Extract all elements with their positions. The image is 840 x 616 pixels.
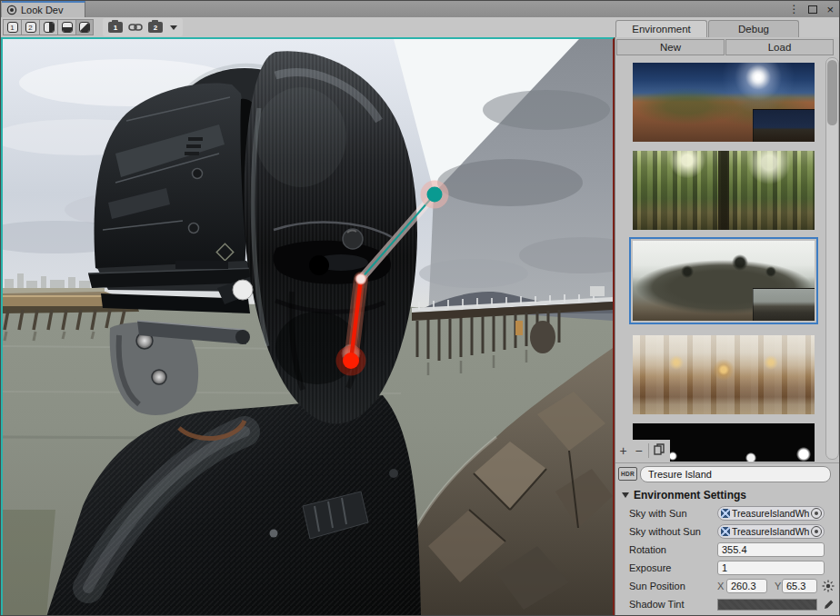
environment-settings-header[interactable]: Environment Settings: [615, 488, 840, 502]
environment-name-field[interactable]: Tresure Island: [640, 466, 831, 482]
scene-root: ASW 2728: [3, 39, 613, 615]
environment-list-scrollbar[interactable]: [825, 57, 839, 460]
split-diagonal-button[interactable]: [75, 19, 94, 35]
side-by-side-icon: [44, 22, 55, 33]
maximize-icon[interactable]: [808, 5, 817, 14]
tab-environment-label: Environment: [632, 24, 691, 35]
camera-2-label: 2: [154, 24, 157, 32]
white-bolt: [233, 280, 253, 300]
camera-1-button[interactable]: 1: [108, 22, 123, 33]
row-rotation: Rotation 355.4: [615, 542, 840, 558]
sky-without-sun-object-field[interactable]: TreasureIslandWh: [717, 524, 825, 539]
gizmo-red-handle[interactable]: [343, 353, 359, 369]
cubemap-texture-icon: [721, 527, 730, 536]
cubemap-texture-icon: [721, 509, 730, 518]
hdr-name-row: HDR Tresure Island: [615, 465, 840, 483]
sun-pick-icon[interactable]: [821, 579, 835, 593]
window-controls: ⋮ ×: [788, 1, 834, 17]
split-diagonal-icon: [79, 22, 90, 33]
row-exposure: Exposure 1: [615, 561, 840, 576]
camera-sync-group: 1 2: [103, 18, 183, 36]
toolbar-separator: [648, 443, 649, 458]
sun-x-axis-label: X: [717, 581, 724, 591]
row-shadow-tint: Shadow Tint: [615, 597, 840, 612]
sky-with-sun-value: TreasureIslandWh: [732, 508, 811, 519]
single-view-2-button[interactable]: 2: [21, 19, 39, 35]
window-menu-icon[interactable]: ⋮: [788, 4, 799, 15]
env-thumbnail-inset: [753, 109, 815, 142]
camera-1-label: 1: [114, 24, 117, 32]
object-picker-icon[interactable]: [811, 508, 822, 519]
object-picker-icon[interactable]: [811, 526, 822, 537]
add-icon: +: [619, 443, 626, 458]
row-sun-position: Sun Position X 260.3 Y 65.3: [615, 579, 840, 594]
tab-look-dev[interactable]: Look Dev: [2, 1, 85, 17]
titlebar: Look Dev ⋮ ×: [1, 1, 839, 17]
eye-icon: [6, 5, 17, 15]
rotation-field[interactable]: 355.4: [717, 542, 825, 557]
rotation-label: Rotation: [629, 544, 666, 555]
panel-divider: [615, 462, 840, 463]
remove-environment-button[interactable]: −: [631, 441, 646, 461]
env-thumbnail-church-interior[interactable]: [633, 335, 815, 414]
close-icon[interactable]: ×: [826, 4, 834, 15]
side-by-side-button[interactable]: [39, 19, 57, 35]
env-thumbnail-selected-frame: [629, 237, 818, 324]
sky-without-sun-value: TreasureIslandWh: [732, 526, 811, 537]
camera-2-button[interactable]: 2: [148, 22, 163, 33]
tab-environment[interactable]: Environment: [615, 20, 707, 37]
duplicate-environment-button[interactable]: [651, 441, 666, 461]
minus-icon: −: [635, 443, 642, 458]
lookdev-toolbar: 1 2 1: [1, 17, 839, 37]
view1-icon: 1: [7, 22, 18, 33]
exposure-label: Exposure: [629, 562, 671, 573]
single-view-1-button[interactable]: 1: [3, 19, 21, 35]
environment-list-toolbar: + −: [615, 440, 670, 462]
dark-bolt: [343, 229, 363, 249]
viewport-scene: ASW 2728: [3, 39, 613, 615]
gizmo-teal-handle[interactable]: [427, 187, 443, 203]
load-button[interactable]: Load: [725, 39, 834, 55]
foldout-arrow-icon: [622, 492, 629, 498]
env-thumbnail-sunny-scrubland[interactable]: [633, 63, 815, 142]
new-button-label: New: [660, 42, 681, 53]
load-button-label: Load: [768, 42, 792, 53]
viewport-3d[interactable]: ASW 2728: [1, 37, 615, 616]
env-thumbnail-inset: [753, 288, 815, 321]
add-environment-button[interactable]: +: [615, 441, 631, 461]
sky-without-sun-label: Sky without Sun: [629, 526, 701, 537]
duplicate-icon: [654, 443, 665, 458]
lookdev-window: Look Dev ⋮ × 1 2: [0, 0, 840, 616]
env-thumbnail-treasure-island[interactable]: [633, 241, 815, 321]
gizmo-center-handle[interactable]: [356, 274, 366, 284]
view-mode-buttons: 1 2: [3, 19, 94, 35]
sun-y-axis-label: Y: [775, 581, 781, 591]
split-zone-button[interactable]: [57, 19, 75, 35]
sun-y-field[interactable]: 65.3: [782, 579, 817, 593]
shadow-tint-color-swatch[interactable]: [717, 599, 817, 611]
view2-icon: 2: [25, 22, 36, 33]
shadow-tint-label: Shadow Tint: [629, 599, 685, 610]
new-button[interactable]: New: [616, 39, 725, 55]
tab-debug-label: Debug: [738, 24, 769, 35]
environment-list: + −: [615, 55, 840, 462]
camera-dropdown-icon[interactable]: [170, 25, 177, 30]
sky-with-sun-label: Sky with Sun: [629, 508, 687, 519]
sun-x-field[interactable]: 260.3: [726, 579, 767, 593]
sun-position-label: Sun Position: [629, 581, 685, 591]
environment-settings-title: Environment Settings: [634, 489, 746, 502]
env-thumbnail-forest[interactable]: [633, 151, 815, 230]
sky-with-sun-object-field[interactable]: TreasureIslandWh: [717, 506, 825, 521]
scrollbar-thumb[interactable]: [827, 60, 837, 125]
tab-debug[interactable]: Debug: [708, 20, 799, 37]
row-sky-with-sun: Sky with Sun TreasureIslandWh: [615, 506, 840, 522]
tab-title: Look Dev: [21, 5, 63, 15]
exposure-field[interactable]: 1: [717, 561, 825, 575]
hdr-badge-icon: HDR: [618, 467, 637, 481]
link-cameras-icon[interactable]: [128, 22, 143, 33]
environment-panel: New Load + −: [615, 37, 840, 616]
split-zone-icon: [62, 22, 73, 33]
eyedropper-icon[interactable]: [821, 598, 835, 612]
row-sky-without-sun: Sky without Sun TreasureIslandWh: [615, 524, 840, 540]
